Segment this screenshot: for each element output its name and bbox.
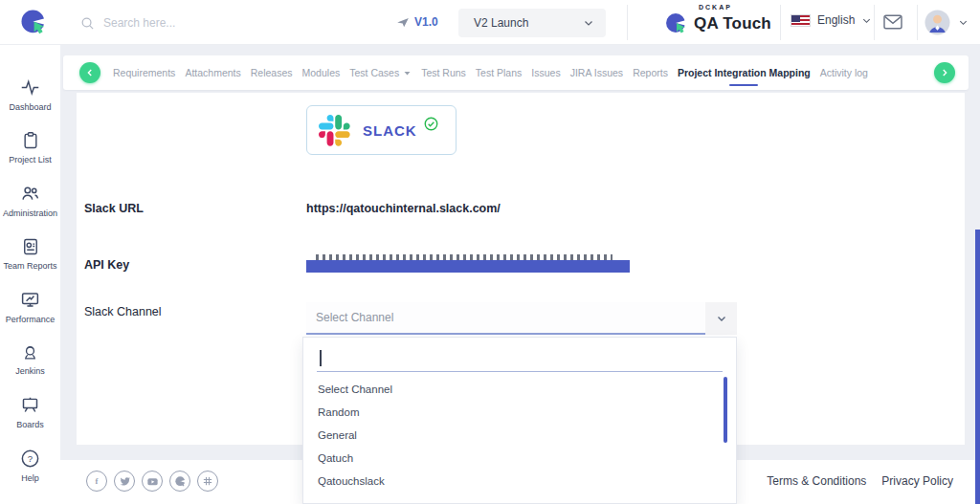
sidebar-item-boards[interactable]: Boards	[0, 395, 60, 429]
tab-test-cases[interactable]: Test Cases	[349, 67, 412, 78]
twitter-link[interactable]	[114, 471, 135, 492]
social-links: f	[86, 471, 218, 492]
qatouch-logo-icon	[664, 11, 688, 35]
footer-links: Terms & Conditions Privacy Policy	[767, 474, 953, 488]
header-divider	[627, 5, 628, 40]
chevron-down-icon	[958, 17, 969, 28]
language-selector[interactable]: English	[791, 13, 872, 27]
tab-issues[interactable]: Issues	[531, 67, 560, 78]
sidebar-item-dashboard[interactable]: Dashboard	[0, 77, 60, 112]
tabs-next-button[interactable]	[934, 62, 955, 83]
api-key-redaction-bar	[306, 260, 630, 273]
svg-text:f: f	[96, 476, 99, 486]
tab-releases[interactable]: Releases	[251, 67, 293, 78]
tab-modules[interactable]: Modules	[302, 67, 341, 78]
messages-button[interactable]	[882, 13, 903, 34]
sidebar-item-team-reports[interactable]: Team Reports	[0, 237, 60, 271]
mail-icon	[882, 13, 903, 31]
avatar	[924, 10, 950, 35]
release-plane-icon	[396, 15, 410, 29]
slack-integration-card[interactable]: SLACK	[306, 105, 457, 155]
channel-option-general[interactable]: General	[303, 424, 736, 447]
qa-touch-app: V1.0 V2 Launch DCKAP QA Touch English	[0, 0, 980, 504]
report-icon	[21, 237, 40, 256]
tabs-list: Requirements Attachments Releases Module…	[113, 55, 924, 90]
youtube-icon	[146, 475, 159, 488]
brand-logo[interactable]: DCKAP QA Touch	[658, 4, 777, 35]
search-input[interactable]	[103, 16, 333, 30]
facebook-link[interactable]: f	[86, 471, 107, 492]
sidebar-item-help[interactable]: ? Help	[0, 449, 60, 483]
facebook-icon: f	[91, 475, 102, 487]
slack-channel-select[interactable]: Select Channel	[306, 302, 737, 335]
text-cursor	[320, 350, 322, 366]
tab-jira-issues[interactable]: JIRA Issues	[570, 67, 623, 78]
tabs-prev-button[interactable]	[79, 62, 100, 83]
tab-test-plans[interactable]: Test Plans	[476, 67, 522, 78]
clipboard-icon	[21, 131, 40, 150]
youtube-link[interactable]	[142, 471, 163, 492]
workspace-label: V2 Launch	[474, 16, 583, 30]
jenkins-icon	[21, 343, 39, 362]
tab-attachments[interactable]: Attachments	[185, 67, 240, 78]
tab-activity-log[interactable]: Activity log	[820, 67, 868, 78]
project-tabbar: Requirements Attachments Releases Module…	[63, 55, 969, 90]
version-indicator: V1.0	[396, 15, 438, 29]
privacy-link[interactable]: Privacy Policy	[881, 474, 953, 488]
slack-channel-label: Slack Channel	[84, 305, 162, 318]
slack-logo-icon	[319, 115, 350, 146]
select-placeholder: Select Channel	[316, 311, 393, 324]
qatouch-logo-icon[interactable]	[19, 8, 48, 36]
channel-search-box	[317, 345, 723, 372]
top-header: V1.0 V2 Launch DCKAP QA Touch English	[0, 0, 980, 45]
board-icon	[20, 395, 40, 415]
channel-option-select-channel[interactable]: Select Channel	[303, 378, 736, 401]
select-chevron-button[interactable]	[705, 302, 737, 335]
select-underline	[306, 333, 705, 335]
workspace-selector[interactable]: V2 Launch	[458, 9, 606, 37]
channel-search-input[interactable]	[317, 345, 723, 371]
tab-reports[interactable]: Reports	[633, 67, 668, 78]
performance-icon	[20, 290, 40, 310]
verified-check-icon	[424, 117, 438, 131]
sidebar-item-performance[interactable]: Performance	[0, 290, 60, 324]
integration-name: SLACK	[363, 122, 417, 139]
activity-icon	[20, 77, 40, 98]
api-key-label: API Key	[84, 258, 129, 272]
sidebar-item-administration[interactable]: Administration	[0, 184, 60, 218]
version-label: V1.0	[414, 15, 438, 29]
channel-option-qatouchslack[interactable]: Qatouchslack	[303, 470, 736, 493]
header-divider	[917, 5, 918, 40]
chevron-down-icon	[583, 17, 594, 29]
language-label: English	[817, 13, 855, 27]
brand-product: QA Touch	[694, 14, 771, 33]
sidebar: Dashboard Project List Administration Te…	[0, 45, 60, 504]
chevron-down-icon	[861, 15, 872, 26]
users-icon	[20, 184, 40, 204]
sidebar-item-jenkins[interactable]: Jenkins	[0, 343, 60, 376]
slack-url-label: Slack URL	[84, 202, 144, 215]
channel-option-qatuch[interactable]: Qatuch	[303, 447, 736, 470]
help-icon: ?	[20, 449, 40, 469]
slack-url-value: https://qatouchinternal.slack.com/	[306, 202, 501, 215]
user-menu[interactable]	[924, 10, 969, 35]
tab-requirements[interactable]: Requirements	[113, 67, 175, 78]
slack-icon	[202, 475, 213, 487]
chevron-left-icon	[85, 68, 95, 77]
channel-option-random[interactable]: Random	[303, 401, 736, 424]
slack-link[interactable]	[197, 471, 218, 492]
us-flag-icon	[791, 14, 811, 27]
dropdown-scrollbar[interactable]	[724, 377, 727, 443]
tab-test-runs[interactable]: Test Runs	[421, 67, 466, 78]
page-scrollbar[interactable]	[975, 230, 980, 504]
terms-link[interactable]: Terms & Conditions	[767, 474, 866, 488]
header-divider	[780, 5, 781, 40]
search-icon	[80, 16, 95, 31]
qatouch-link[interactable]	[169, 471, 190, 492]
caret-down-icon	[403, 69, 412, 77]
tab-project-integration-mapping[interactable]: Project Integration Mapping	[678, 67, 811, 78]
qatouch-icon	[174, 475, 187, 488]
sidebar-item-project-list[interactable]: Project List	[0, 131, 60, 164]
svg-text:?: ?	[28, 453, 33, 464]
chevron-down-icon	[716, 313, 727, 324]
